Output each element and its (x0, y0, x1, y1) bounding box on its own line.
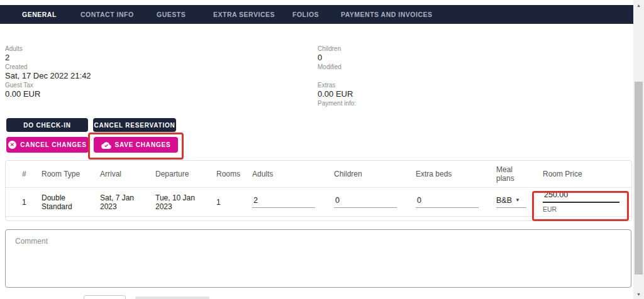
guest-tax-label: Guest Tax (5, 81, 91, 89)
payment-info-label: Payment info: (318, 99, 356, 107)
tab-folios[interactable]: FOLIOS (292, 5, 319, 24)
row-extra-beds-cell (416, 196, 496, 208)
scroll-down-icon[interactable]: ▼ (633, 289, 644, 299)
header-departure: Departure (155, 170, 216, 178)
field-payment-info: Payment info: (318, 99, 356, 117)
comment-textarea[interactable] (5, 229, 631, 288)
header-extra-beds: Extra beds (416, 170, 496, 178)
field-created: Created Sat, 17 Dec 2022 21:42 (5, 63, 91, 80)
row-rooms: 1 (216, 198, 252, 207)
cutoff-control[interactable] (135, 296, 209, 299)
extra-beds-input[interactable] (416, 196, 479, 208)
scroll-up-icon[interactable]: ▲ (633, 0, 644, 10)
x-circle-icon: ✕ (8, 141, 16, 149)
row-arrival: Sat, 7 Jan 2023 (100, 193, 155, 211)
header-rooms: Rooms (216, 170, 252, 178)
field-children: Children 0 (318, 45, 356, 62)
do-check-in-label: DO CHECK-IN (23, 122, 70, 129)
adults-label: Adults (5, 45, 91, 53)
room-price-input[interactable] (543, 190, 619, 203)
row-children-cell (334, 196, 416, 208)
header-meal-plans: Meal plans (496, 165, 543, 183)
adults-value: 2 (5, 53, 91, 62)
row-room-price-cell: EUR (543, 190, 633, 214)
header-arrival: Arrival (100, 170, 155, 178)
field-modified: Modified (318, 63, 356, 80)
meal-plan-value: B&B (496, 196, 512, 205)
row-adults-cell (252, 196, 334, 208)
save-changes-button[interactable]: SAVE CHANGES (94, 137, 178, 153)
top-nav: GENERAL CONTACT INFO GUESTS EXTRA SERVIC… (0, 5, 633, 24)
header-meal-plans-text: Meal plans (496, 165, 524, 183)
header-room-type: Room Type (42, 170, 100, 178)
modified-label: Modified (318, 63, 356, 71)
meal-plan-select[interactable]: B&B ▼ (496, 196, 526, 208)
cancel-reservation-button[interactable]: CANCEL RESERVATION (93, 118, 176, 132)
cancel-changes-button[interactable]: ✕ CANCEL CHANGES (6, 137, 89, 153)
created-value: Sat, 17 Dec 2022 21:42 (5, 71, 91, 80)
header-num: # (22, 170, 42, 178)
currency-suffix: EUR (543, 205, 625, 214)
tab-general[interactable]: GENERAL (22, 5, 57, 24)
children-value: 0 (318, 53, 356, 62)
do-check-in-button[interactable]: DO CHECK-IN (6, 118, 88, 132)
children-input[interactable] (334, 196, 397, 208)
cancel-reservation-label: CANCEL RESERVATION (94, 122, 175, 129)
extras-value: 0.00 EUR (318, 89, 356, 99)
header-children: Children (334, 170, 416, 178)
modified-value (318, 71, 356, 80)
guest-tax-value: 0.00 EUR (5, 89, 91, 99)
payment-info-value (318, 107, 356, 117)
chevron-down-icon: ▼ (515, 196, 520, 205)
scrollbar-thumb[interactable] (635, 82, 643, 275)
children-label: Children (318, 45, 356, 53)
extras-label: Extras (318, 81, 356, 89)
field-extras: Extras 0.00 EUR (318, 81, 356, 99)
field-guest-tax: Guest Tax 0.00 EUR (5, 81, 91, 99)
header-room-price: Room Price (543, 170, 633, 178)
tab-guests[interactable]: GUESTS (157, 5, 186, 24)
info-column-right: Children 0 Modified Extras 0.00 EUR Paym… (318, 45, 356, 117)
table-row: 1 Double Standard Sat, 7 Jan 2023 Tue, 1… (6, 188, 631, 217)
created-label: Created (5, 63, 91, 71)
vertical-scrollbar[interactable]: ▲ ▼ (633, 0, 644, 299)
row-num: 1 (22, 198, 42, 207)
rooms-table-card: # Room Type Arrival Departure Rooms Adul… (5, 160, 632, 221)
tab-extra-services[interactable]: EXTRA SERVICES (213, 5, 275, 24)
row-room-type: Double Standard (42, 193, 100, 211)
reservation-general-page: GENERAL CONTACT INFO GUESTS EXTRA SERVIC… (0, 0, 644, 299)
tab-contact-info[interactable]: CONTACT INFO (80, 5, 134, 24)
info-column-left: Adults 2 Created Sat, 17 Dec 2022 21:42 … (5, 45, 91, 99)
row-departure: Tue, 10 Jan 2023 (155, 193, 216, 211)
rooms-table-header: # Room Type Arrival Departure Rooms Adul… (6, 161, 631, 188)
header-adults: Adults (252, 170, 334, 178)
cutoff-control[interactable] (84, 295, 126, 299)
tab-payments-invoices[interactable]: PAYMENTS AND INVOICES (341, 5, 432, 24)
field-adults: Adults 2 (5, 45, 91, 62)
cloud-check-icon (101, 141, 111, 149)
adults-input[interactable] (252, 196, 315, 208)
save-changes-label: SAVE CHANGES (115, 141, 171, 148)
cancel-changes-label: CANCEL CHANGES (20, 141, 86, 148)
row-meal-plan-cell: B&B ▼ (496, 196, 543, 208)
